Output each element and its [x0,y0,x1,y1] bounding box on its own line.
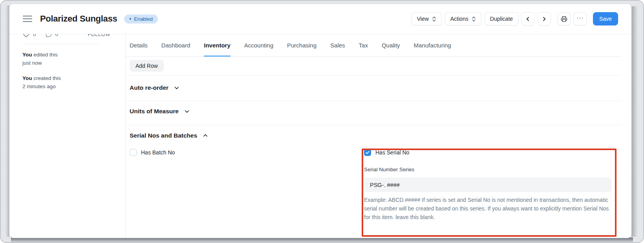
activity-when: 2 minutes ago [22,82,125,91]
section-divider [126,125,621,125]
tab-dashboard[interactable]: Dashboard [161,34,190,56]
tab-manufacturing[interactable]: Manufacturing [414,34,451,56]
tab-sales[interactable]: Sales [330,34,345,56]
window-shadow-bottom [11,238,633,243]
previous-record-button[interactable] [521,12,534,25]
form-area: Details Dashboard Inventory Accounting P… [126,34,631,238]
comment-count: 0 [55,34,59,37]
tab-tax[interactable]: Tax [359,34,368,56]
tab-purchasing[interactable]: Purchasing [287,34,317,56]
has-batch-no-checkbox[interactable] [130,149,137,156]
print-button[interactable] [558,12,571,25]
page-title: Polarized Sunglass [40,14,117,24]
tab-details[interactable]: Details [130,34,148,56]
serial-number-series-description: Example: ABCD.##### If series is set and… [364,196,613,221]
status-badge-label: Enabled [134,16,153,22]
page-header: Polarized Sunglass • Enabled View Action… [9,4,631,34]
has-serial-no-label: Has Serial No [375,149,409,156]
screenshot-frame: Polarized Sunglass • Enabled View Action… [0,0,644,243]
ellipsis-icon: ··· [577,18,584,20]
chevron-down-icon [184,108,190,114]
sidebar-divider [22,44,99,44]
tab-inventory[interactable]: Inventory [204,34,231,56]
like-count: 0 [33,34,36,37]
activity-entry: You edited this just now [22,51,125,67]
chevron-up-down-icon [472,16,476,22]
comment-icon[interactable] [45,34,52,38]
printer-icon [561,16,567,22]
follow-button[interactable]: FOLLOW [88,34,110,37]
activity-actor: You [22,75,32,81]
has-batch-no-label: Has Batch No [141,149,175,156]
duplicate-button[interactable]: Duplicate [485,12,518,25]
sidebar-main-divider [125,34,126,238]
actions-button[interactable]: Actions [445,12,481,25]
section-units-of-measure[interactable]: Units of Measure [130,108,190,115]
checkmark-icon [365,150,370,155]
view-button[interactable]: View [412,12,442,25]
activity-entry: You created this 2 minutes ago [22,74,125,91]
add-row-button[interactable]: Add Row [130,60,164,72]
tab-accounting[interactable]: Accounting [244,34,273,56]
section-serial-nos-batches[interactable]: Serial Nos and Batches [130,132,209,139]
has-serial-no-checkbox[interactable] [364,149,371,156]
activity-action: edited this [33,52,58,58]
section-divider [126,101,621,101]
app-window: Polarized Sunglass • Enabled View Action… [9,4,631,238]
activity-actor: You [22,52,32,58]
menu-ellipsis-button[interactable]: ··· [574,12,587,25]
window-shadow-right [631,6,638,237]
has-batch-no-field[interactable]: Has Batch No [130,149,175,156]
window-shadow-left [5,5,9,237]
activity-action: created this [33,75,61,81]
hamburger-menu-icon[interactable] [23,16,32,22]
activity-when: just now [22,59,125,67]
sidebar-follow-row: 0 0 FOLLOW [22,34,110,38]
serial-number-series-label: Serial Number Series [364,167,414,172]
section-auto-reorder[interactable]: Auto re-order [130,84,180,91]
has-serial-no-field[interactable]: Has Serial No [364,149,409,156]
save-button[interactable]: Save [593,12,618,25]
chevron-down-icon [174,85,180,91]
heart-icon[interactable] [22,34,30,38]
tab-quality[interactable]: Quality [382,34,400,56]
chevron-up-down-icon [432,16,436,22]
serial-number-series-input[interactable] [364,178,611,192]
chevron-right-icon [542,16,547,22]
next-record-button[interactable] [538,12,551,25]
chevron-up-icon [202,132,209,139]
tabs-bar: Details Dashboard Inventory Accounting P… [126,34,621,57]
status-badge: • Enabled [124,15,158,24]
sidebar: 0 0 FOLLOW You edited this just now You … [9,34,125,238]
chevron-left-icon [525,16,531,22]
toolbar: View Actions Duplicate [412,12,618,25]
section-divider [126,75,621,76]
